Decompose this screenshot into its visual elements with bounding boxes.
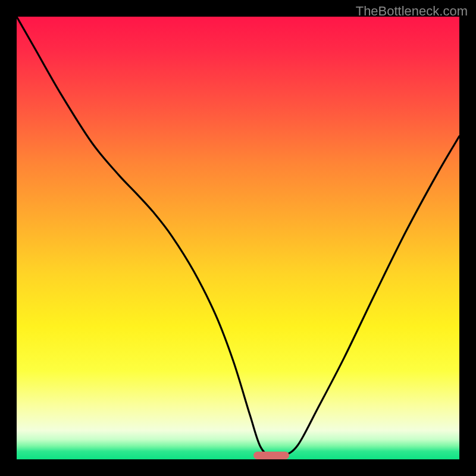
plot-area <box>17 17 459 459</box>
optimal-range-marker <box>253 452 289 459</box>
curve-svg <box>17 17 459 459</box>
chart-container: TheBottleneck.com <box>0 0 476 476</box>
bottleneck-curve <box>17 17 459 457</box>
watermark-text: TheBottleneck.com <box>356 4 468 19</box>
